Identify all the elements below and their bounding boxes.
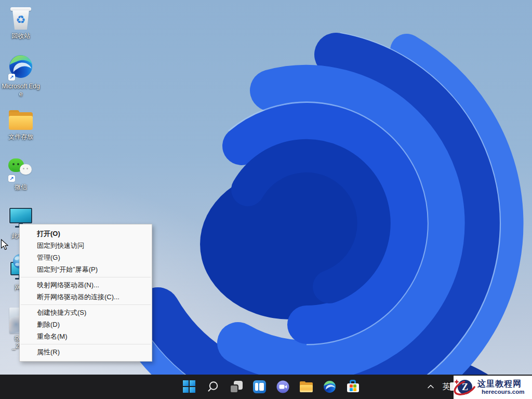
taskbar-task-view-button[interactable]: [225, 376, 246, 397]
site-logo-icon: Z: [454, 376, 477, 399]
wechat-icon: ↗: [8, 157, 33, 181]
context-menu-item-delete[interactable]: 删除(D): [20, 318, 152, 330]
chat-video-icon: [276, 380, 289, 393]
task-view-icon: [230, 380, 243, 393]
desktop-icon-microsoft-edge[interactable]: ↗: [1, 54, 41, 80]
context-menu-item-properties[interactable]: 属性(R): [20, 346, 152, 358]
menu-separator: [21, 344, 151, 344]
recycle-bin-label: 回收站: [1, 32, 41, 40]
menu-separator: [21, 277, 151, 277]
desktop-icon-folder[interactable]: [1, 110, 41, 130]
svg-text:Z: Z: [462, 382, 468, 392]
widgets-icon: [253, 380, 266, 393]
desktop: ♻ 回收站 ↗ Microsoft Edge 文件存放 ↗ 微信 此电脑: [0, 0, 532, 399]
context-menu-item-manage[interactable]: 管理(G): [20, 251, 152, 263]
taskbar-edge-button[interactable]: [319, 376, 340, 397]
file-explorer-icon: [300, 381, 313, 392]
watermark-domain: herecours.com: [477, 389, 531, 395]
context-menu-item-open[interactable]: 打开(O): [20, 228, 152, 240]
context-menu-item-pin-to-start[interactable]: 固定到“开始”屏幕(P): [20, 263, 152, 275]
folder-label: 文件存放: [1, 133, 41, 141]
context-menu-item-map-network-drive[interactable]: 映射网络驱动器(N)...: [20, 279, 152, 291]
folder-icon: [9, 110, 33, 130]
context-menu: 打开(O) 固定到快速访问 管理(G) 固定到“开始”屏幕(P) 映射网络驱动器…: [19, 224, 152, 362]
edge-icon: [323, 380, 336, 393]
taskbar-search-button[interactable]: [202, 376, 223, 397]
mouse-cursor: [1, 239, 8, 251]
taskbar-file-explorer-button[interactable]: [296, 376, 316, 397]
context-menu-item-create-shortcut[interactable]: 创建快捷方式(S): [20, 307, 152, 318]
taskbar: 英: [0, 375, 532, 399]
shortcut-arrow-badge: ↗: [8, 74, 15, 81]
recycle-bin-icon: ♻: [10, 7, 31, 30]
taskbar-widgets-button[interactable]: [249, 376, 270, 397]
chevron-up-icon: [427, 384, 434, 389]
hidden-icons-button[interactable]: [423, 377, 438, 396]
shortcut-arrow-badge: ↗: [8, 175, 15, 182]
microsoft-store-icon: [347, 380, 359, 394]
context-menu-item-pin-to-quick-access[interactable]: 固定到快速访问: [20, 240, 152, 251]
desktop-icon-recycle-bin[interactable]: ♻: [1, 7, 41, 30]
wechat-label: 微信: [1, 183, 41, 191]
desktop-icon-wechat[interactable]: ↗: [1, 157, 41, 181]
taskbar-store-button[interactable]: [342, 376, 363, 397]
taskbar-chat-button[interactable]: [272, 376, 293, 397]
watermark: Z 这里教程网 herecours.com: [454, 376, 532, 399]
taskbar-start-button[interactable]: [179, 376, 200, 397]
search-icon: [206, 380, 219, 393]
edge-label: Microsoft Edge: [1, 83, 41, 98]
watermark-site-name: 这里教程网: [477, 379, 531, 389]
windows-start-icon: [183, 380, 196, 393]
menu-separator: [21, 304, 151, 305]
context-menu-item-rename[interactable]: 重命名(M): [20, 330, 152, 342]
edge-icon: ↗: [8, 54, 33, 80]
context-menu-item-disconnect-network-drive[interactable]: 断开网络驱动器的连接(C)...: [20, 291, 152, 303]
